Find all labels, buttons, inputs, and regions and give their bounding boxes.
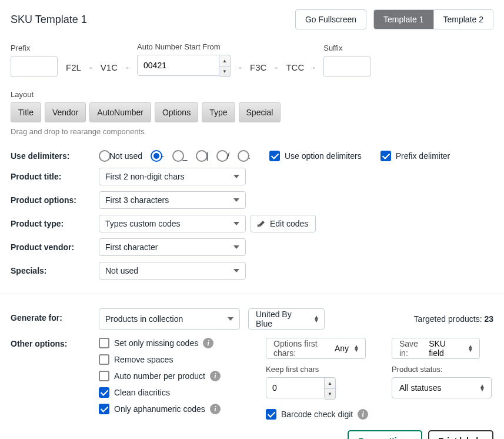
layout-hint: Drag and drop to rearange components: [11, 127, 493, 136]
other-options-label: Other options:: [11, 338, 93, 348]
radio-delimiter-underscore[interactable]: [172, 150, 184, 162]
product-status-label: Product status:: [392, 365, 493, 374]
layout-chip-special[interactable]: Special: [239, 102, 281, 122]
radio-delimiter-label: |: [206, 151, 209, 161]
pattern-token-f3c: F3C: [250, 62, 266, 77]
pattern-separator: -: [275, 62, 278, 77]
updown-icon: ▲▼: [353, 345, 359, 352]
radio-delimiter-slash[interactable]: [216, 150, 228, 162]
prefix-input[interactable]: [11, 56, 58, 77]
radio-delimiter-label: _: [183, 151, 188, 161]
layout-chip-type[interactable]: Type: [202, 102, 235, 122]
checkbox-barcode-check-label: Barcode check digit: [281, 410, 353, 419]
autonum-step-up[interactable]: ▲: [219, 55, 230, 66]
info-icon[interactable]: i: [203, 338, 213, 348]
section-divider: [0, 294, 504, 294]
updown-icon: ▲▼: [479, 384, 485, 391]
specials-label: Specials:: [11, 266, 93, 275]
keep-first-step-up[interactable]: ▲: [325, 378, 335, 388]
checkbox-prefix-delimiter-label: Prefix delimiter: [396, 151, 450, 161]
checkbox-barcode-check[interactable]: [266, 409, 276, 420]
checkbox-remove-spaces[interactable]: [99, 354, 109, 365]
product-title-select[interactable]: First 2 non-digit chars: [99, 168, 246, 185]
delimiters-label: Use delimiters:: [11, 151, 93, 161]
template-tabs: Template 1 Template 2: [373, 9, 493, 29]
radio-delimiter-pipe[interactable]: [196, 150, 208, 162]
tab-template-1[interactable]: Template 1: [374, 10, 433, 29]
edit-codes-label: Edit codes: [270, 219, 308, 228]
layout-label: Layout: [11, 90, 493, 99]
pattern-separator: -: [312, 62, 315, 77]
checkbox-prefix-delimiter[interactable]: [380, 151, 391, 161]
layout-chip-title[interactable]: Title: [11, 102, 41, 122]
generate-for-label: Generate for:: [11, 308, 93, 322]
edit-codes-button[interactable]: Edit codes: [251, 215, 316, 232]
targeted-products-text: Targeted products: 23: [414, 314, 493, 324]
keep-first-input[interactable]: [266, 377, 325, 398]
product-vendor-select[interactable]: First character: [99, 238, 246, 256]
checkbox-remove-spaces-label: Remove spaces: [114, 355, 173, 364]
options-first-chars-select[interactable]: Options first chars: Any ▲▼: [266, 338, 366, 359]
checkbox-only-alnum[interactable]: [99, 404, 109, 414]
save-settings-button[interactable]: Save settings: [348, 430, 422, 439]
product-vendor-label: Product vendor:: [11, 242, 93, 252]
suffix-label: Suffix: [323, 44, 371, 52]
radio-delimiter-dot[interactable]: [238, 150, 249, 162]
pattern-separator: -: [126, 62, 129, 77]
layout-chip-autonumber[interactable]: AutoNumber: [89, 102, 151, 122]
checkbox-clean-diacritics-label: Clean diacritics: [114, 388, 170, 397]
save-in-select[interactable]: Save in: SKU field ▲▼: [392, 338, 480, 359]
pencil-icon: [258, 219, 266, 228]
collection-select[interactable]: United By Blue ▲▼: [248, 308, 325, 330]
pattern-separator: -: [89, 62, 92, 77]
keep-first-step-down[interactable]: ▼: [325, 388, 335, 399]
info-icon[interactable]: i: [210, 371, 221, 381]
radio-delimiter-dash[interactable]: [151, 150, 162, 162]
checkbox-only-alnum-label: Only aphanumeric codes: [114, 404, 205, 414]
pattern-token-tcc: TCC: [286, 62, 304, 77]
pattern-separator: -: [239, 62, 242, 77]
checkbox-set-missing-label: Set only missing codes: [114, 338, 198, 348]
collection-value: United By Blue: [256, 310, 308, 328]
pattern-token-v1c: V1C: [101, 62, 118, 77]
product-type-select[interactable]: Types custom codes: [99, 215, 246, 232]
tab-template-2[interactable]: Template 2: [433, 10, 493, 29]
keep-first-label: Keep first chars: [266, 365, 383, 374]
radio-delimiter-label: -: [161, 151, 164, 161]
radio-delimiter-label: Not used: [109, 151, 142, 161]
product-status-select[interactable]: All statuses ▲▼: [392, 377, 492, 398]
print-labels-button[interactable]: Print labels: [428, 430, 493, 439]
info-icon[interactable]: i: [358, 409, 368, 420]
layout-chip-options[interactable]: Options: [155, 102, 198, 122]
autonum-step-down[interactable]: ▼: [219, 66, 230, 77]
layout-chip-vendor[interactable]: Vendor: [45, 102, 86, 122]
checkbox-option-delimiters-label: Use option delimiters: [285, 151, 362, 161]
page-title: SKU Template 1: [11, 14, 87, 26]
updown-icon: ▲▼: [313, 315, 318, 322]
product-type-label: Product type:: [11, 219, 93, 228]
fullscreen-button[interactable]: Go Fullscreen: [295, 9, 366, 29]
radio-delimiter-label: .: [248, 151, 251, 161]
autonum-input[interactable]: [137, 55, 219, 76]
checkbox-auto-per-product-label: Auto number per product: [114, 371, 205, 381]
radio-delimiter-none[interactable]: [99, 150, 111, 162]
checkbox-clean-diacritics[interactable]: [99, 387, 109, 398]
product-options-label: Product options:: [11, 195, 93, 205]
suffix-input[interactable]: [323, 56, 371, 77]
info-icon[interactable]: i: [210, 404, 221, 414]
generate-for-select[interactable]: Products in collection: [99, 308, 240, 330]
autonum-label: Auto Number Start From: [137, 42, 231, 51]
checkbox-option-delimiters[interactable]: [269, 151, 280, 161]
product-options-select[interactable]: First 3 characters: [99, 191, 246, 209]
pattern-token-f2l: F2L: [66, 62, 81, 77]
checkbox-set-missing[interactable]: [99, 338, 109, 348]
radio-delimiter-label: /: [227, 151, 229, 161]
updown-icon: ▲▼: [468, 345, 473, 352]
specials-select[interactable]: Not used: [99, 262, 246, 280]
checkbox-auto-per-product[interactable]: [99, 371, 109, 381]
prefix-label: Prefix: [11, 44, 58, 52]
product-title-label: Product title:: [11, 172, 93, 181]
